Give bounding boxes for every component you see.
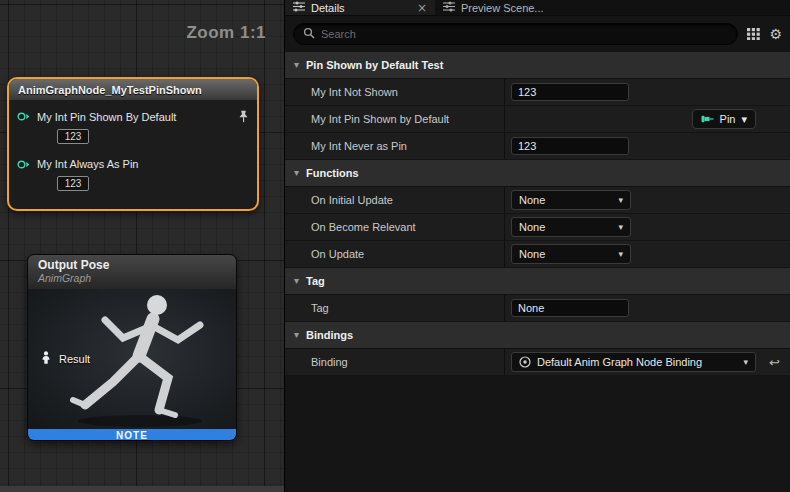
property-label: My Int Not Shown xyxy=(285,79,504,105)
display-grid-icon[interactable] xyxy=(747,28,760,40)
chevron-down-icon: ▾ xyxy=(741,113,747,126)
graph-node-output-pose[interactable]: Output Pose AnimGraph xyxy=(27,254,237,441)
anim-graph-canvas[interactable]: Zoom 1:1 AnimGraphNode_MyTestPinShown My… xyxy=(0,0,284,492)
property-label: My Int Never as Pin xyxy=(285,133,504,159)
chevron-down-icon: ▾ xyxy=(743,358,748,367)
result-pin[interactable]: Result xyxy=(40,351,90,366)
search-box[interactable] xyxy=(293,23,738,45)
chevron-down-icon: ▾ xyxy=(618,196,623,205)
pin-value-field[interactable]: 123 xyxy=(57,176,89,191)
on-initial-update-dropdown[interactable]: None ▾ xyxy=(511,190,631,210)
zoom-level-label: Zoom 1:1 xyxy=(186,23,266,43)
category-pin-shown-by-default-test[interactable]: ▾ Pin Shown by Default Test xyxy=(285,52,790,79)
node-title: AnimGraphNode_MyTestPinShown xyxy=(18,84,202,96)
node-subtitle: AnimGraph xyxy=(38,272,226,284)
int-pin-icon[interactable] xyxy=(17,111,30,122)
preview-scene-tab-icon xyxy=(443,1,455,14)
property-label: On Initial Update xyxy=(285,187,504,213)
row-on-update: On Update None ▾ xyxy=(285,241,790,268)
row-on-become-relevant: On Become Relevant None ▾ xyxy=(285,214,790,241)
tab-label: Details xyxy=(311,2,345,14)
result-pin-label: Result xyxy=(59,353,90,365)
chevron-down-icon: ▾ xyxy=(618,223,623,232)
pin-row: My Int Pin Shown By Default xyxy=(17,110,249,123)
property-label: On Update xyxy=(285,241,504,267)
category-bindings[interactable]: ▾ Bindings xyxy=(285,322,790,349)
binding-dropdown[interactable]: Default Anim Graph Node Binding ▾ xyxy=(511,352,756,372)
row-binding: Binding Default Anim Graph Node Binding … xyxy=(285,349,790,376)
category-functions[interactable]: ▾ Functions xyxy=(285,160,790,187)
row-on-initial-update: On Initial Update None ▾ xyxy=(285,187,790,214)
int-pin-icon[interactable] xyxy=(17,159,30,170)
graph-node-test-pin-shown[interactable]: AnimGraphNode_MyTestPinShown My Int Pin … xyxy=(7,77,259,211)
category-tag[interactable]: ▾ Tag xyxy=(285,268,790,295)
on-update-dropdown[interactable]: None ▾ xyxy=(511,244,631,264)
property-list: ▾ Pin Shown by Default Test My Int Not S… xyxy=(285,52,790,376)
on-become-relevant-dropdown[interactable]: None ▾ xyxy=(511,217,631,237)
tag-input[interactable] xyxy=(511,299,629,317)
row-tag: Tag xyxy=(285,295,790,322)
pin-icon xyxy=(701,114,714,124)
pin-label: My Int Pin Shown By Default xyxy=(37,111,176,123)
unreal-editor-window: Zoom 1:1 AnimGraphNode_MyTestPinShown My… xyxy=(0,0,790,492)
tab-preview-scene[interactable]: Preview Scene... xyxy=(435,0,577,15)
reset-to-default-icon[interactable]: ↩ xyxy=(769,356,780,369)
pin-label: My Int Always As Pin xyxy=(37,158,138,170)
chevron-down-icon: ▾ xyxy=(618,250,623,259)
details-tab-icon xyxy=(293,1,305,14)
pin-button-label: Pin xyxy=(720,113,736,125)
pin-row: My Int Always As Pin xyxy=(17,158,249,170)
search-icon xyxy=(303,27,315,41)
close-icon[interactable]: × xyxy=(417,2,427,14)
property-label: My Int Pin Shown by Default xyxy=(285,106,504,132)
property-label: Binding xyxy=(285,349,504,375)
node-title: Output Pose xyxy=(38,258,226,272)
property-label: Tag xyxy=(285,295,504,321)
node-header[interactable]: Output Pose AnimGraph xyxy=(28,255,236,289)
property-label: On Become Relevant xyxy=(285,214,504,240)
node-body: My Int Pin Shown By Default 123 My Int A… xyxy=(9,100,257,209)
row-my-int-never-as-pin: My Int Never as Pin xyxy=(285,133,790,160)
note-bar: NOTE xyxy=(28,429,236,441)
my-int-not-shown-input[interactable] xyxy=(511,83,629,101)
person-pin-icon xyxy=(40,351,52,366)
chevron-down-icon: ▾ xyxy=(294,276,299,286)
chevron-down-icon: ▾ xyxy=(294,168,299,178)
settings-gear-icon[interactable]: ⚙ xyxy=(769,27,782,41)
node-preview-area: Result xyxy=(28,289,236,429)
pushpin-toggle-icon[interactable] xyxy=(238,110,249,123)
search-row: ⚙ xyxy=(285,16,790,52)
search-input[interactable] xyxy=(321,28,728,40)
pin-dropdown-button[interactable]: Pin ▾ xyxy=(692,109,756,129)
chevron-down-icon: ▾ xyxy=(294,330,299,340)
chevron-down-icon: ▾ xyxy=(294,60,299,70)
node-header[interactable]: AnimGraphNode_MyTestPinShown xyxy=(9,79,257,100)
note-label: NOTE xyxy=(116,430,148,441)
tab-label: Preview Scene... xyxy=(461,2,544,14)
details-panel: Details × Preview Scene... ⚙ xyxy=(284,0,790,492)
graph-bottom-bar xyxy=(0,486,284,492)
tab-bar: Details × Preview Scene... xyxy=(285,0,790,16)
my-int-never-as-pin-input[interactable] xyxy=(511,137,629,155)
pin-value-field[interactable]: 123 xyxy=(57,129,89,144)
binding-icon xyxy=(519,356,531,368)
tab-details[interactable]: Details × xyxy=(285,0,435,15)
row-my-int-not-shown: My Int Not Shown xyxy=(285,79,790,106)
row-my-int-pin-shown-by-default: My Int Pin Shown by Default Pin ▾ xyxy=(285,106,790,133)
